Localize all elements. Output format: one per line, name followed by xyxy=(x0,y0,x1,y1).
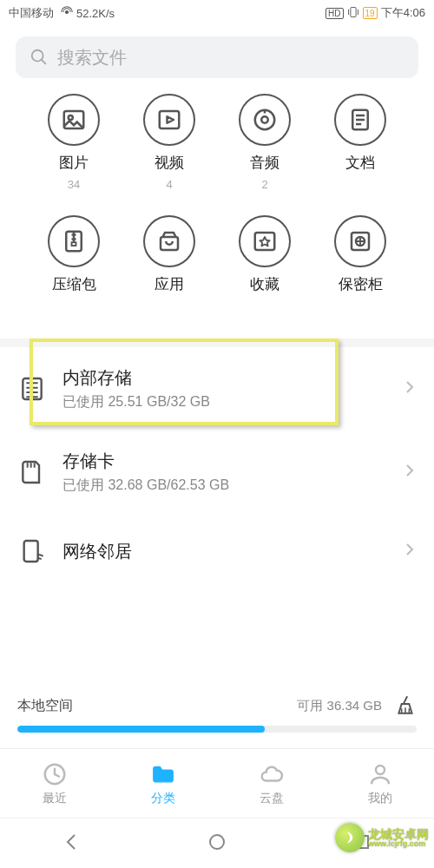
svg-rect-10 xyxy=(72,242,76,246)
vibrate-icon xyxy=(347,6,359,21)
tab-recent[interactable]: 最近 xyxy=(0,749,108,818)
row-title: 网络邻居 xyxy=(62,540,387,563)
search-input[interactable]: 搜索文件 xyxy=(16,36,418,78)
watermark-name: 龙城安卓网 xyxy=(368,828,429,840)
watermark-url: www.lcjrfg.com xyxy=(368,840,429,848)
app-icon xyxy=(156,228,182,254)
category-archives[interactable]: 压缩包 xyxy=(26,215,122,312)
star-icon xyxy=(252,228,278,254)
row-subtitle: 已使用 25.51 GB/32 GB xyxy=(62,393,387,411)
svg-point-19 xyxy=(210,835,224,849)
clock-icon xyxy=(42,761,68,787)
category-label: 音频 xyxy=(250,153,279,173)
category-safe[interactable]: 保密柜 xyxy=(312,215,408,312)
document-icon xyxy=(347,107,373,133)
person-icon xyxy=(367,761,393,787)
nav-back[interactable] xyxy=(62,832,82,856)
image-icon xyxy=(61,107,87,133)
tab-label: 最近 xyxy=(43,791,67,806)
row-title: 存储卡 xyxy=(62,450,387,473)
bottom-tab-bar: 最近 分类 云盘 我的 xyxy=(0,748,434,818)
category-label: 应用 xyxy=(155,274,184,294)
section-divider xyxy=(0,339,434,347)
category-label: 压缩包 xyxy=(52,274,96,294)
category-count: 2 xyxy=(261,178,267,191)
local-space-label: 本地空间 xyxy=(17,697,73,715)
hotspot-icon xyxy=(61,6,73,21)
category-label: 文档 xyxy=(345,153,375,173)
svg-point-0 xyxy=(65,10,69,13)
archive-icon xyxy=(61,228,87,254)
space-progress-fill xyxy=(17,726,265,733)
category-label: 保密柜 xyxy=(339,274,383,294)
folder-icon xyxy=(150,761,176,787)
category-label: 图片 xyxy=(59,153,89,173)
cloud-icon xyxy=(259,761,285,787)
row-sdcard[interactable]: 存储卡 已使用 32.68 GB/62.53 GB xyxy=(0,431,434,514)
category-audio[interactable]: 音频 2 xyxy=(217,94,312,191)
category-docs[interactable]: 文档 xyxy=(312,94,408,191)
svg-point-4 xyxy=(69,115,73,120)
chevron-right-icon xyxy=(403,542,417,560)
battery-badge: 19 xyxy=(363,7,378,19)
svg-rect-1 xyxy=(350,7,355,16)
category-videos[interactable]: 视频 4 xyxy=(122,94,217,191)
svg-rect-5 xyxy=(160,111,180,128)
tab-label: 我的 xyxy=(368,791,392,806)
svg-point-7 xyxy=(261,116,268,123)
tab-label: 云盘 xyxy=(260,791,284,806)
row-internal-storage[interactable]: 内部存储 已使用 25.51 GB/32 GB xyxy=(0,347,434,431)
category-favorites[interactable]: 收藏 xyxy=(217,215,312,312)
category-apps[interactable]: 应用 xyxy=(122,215,217,312)
network-icon xyxy=(17,536,47,566)
chevron-right-icon xyxy=(403,464,417,481)
search-placeholder: 搜索文件 xyxy=(57,46,127,69)
row-title: 内部存储 xyxy=(62,366,387,390)
status-bar: 中国移动 52.2K/s HD 19 下午4:06 xyxy=(0,0,434,26)
safe-icon xyxy=(347,228,373,254)
category-label: 视频 xyxy=(155,153,184,173)
cleanup-button[interactable] xyxy=(394,694,417,719)
category-count: 4 xyxy=(166,178,172,191)
watermark: 龙城安卓网 www.lcjrfg.com xyxy=(335,823,429,852)
row-subtitle: 已使用 32.68 GB/62.53 GB xyxy=(62,477,387,495)
sdcard-icon xyxy=(17,457,47,487)
svg-rect-12 xyxy=(255,233,275,250)
carrier-label: 中国移动 xyxy=(9,5,54,21)
clock: 下午4:06 xyxy=(381,5,425,21)
video-icon xyxy=(156,107,182,133)
tab-category[interactable]: 分类 xyxy=(108,749,217,818)
tab-mine[interactable]: 我的 xyxy=(326,749,434,818)
svg-point-18 xyxy=(376,766,385,774)
internal-storage-icon xyxy=(17,374,47,404)
chevron-right-icon xyxy=(403,380,417,398)
net-speed: 52.2K/s xyxy=(76,7,115,20)
tab-label: 分类 xyxy=(151,791,175,806)
category-grid: 图片 34 视频 4 音频 2 文档 压缩包 应用 收藏 保密柜 xyxy=(0,94,434,339)
tab-cloud[interactable]: 云盘 xyxy=(217,749,326,818)
row-network-neighborhood[interactable]: 网络邻居 xyxy=(0,514,434,589)
hd-badge: HD xyxy=(326,8,343,19)
category-pictures[interactable]: 图片 34 xyxy=(26,94,122,191)
space-progress-track xyxy=(17,726,417,733)
available-space: 可用 36.34 GB xyxy=(297,698,382,714)
nav-home[interactable] xyxy=(207,832,227,856)
watermark-logo-icon xyxy=(335,823,365,852)
search-icon xyxy=(30,48,49,67)
category-label: 收藏 xyxy=(250,274,279,294)
category-count: 34 xyxy=(68,178,80,191)
audio-icon xyxy=(252,107,278,133)
local-space-section: 本地空间 可用 36.34 GB xyxy=(0,694,434,743)
svg-rect-16 xyxy=(24,541,38,562)
